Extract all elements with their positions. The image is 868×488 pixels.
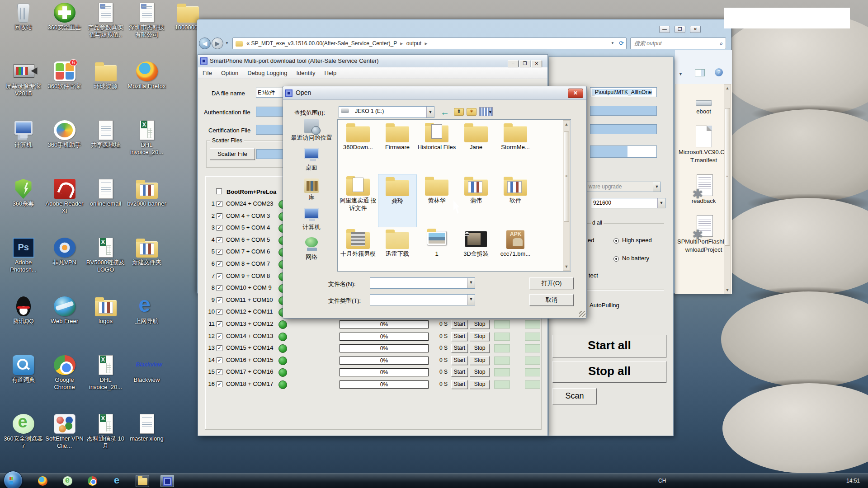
folder-item[interactable]: 蒲伟	[457, 174, 495, 227]
folder-item[interactable]: 软件	[496, 174, 535, 227]
desktop-icon[interactable]: 回收站	[3, 2, 44, 61]
address-dropdown-icon[interactable]: ▼	[611, 38, 614, 49]
scroll-up-icon[interactable]: ▲	[563, 122, 570, 127]
com-checkbox[interactable]: ✓	[217, 237, 222, 243]
menu-item[interactable]: Option	[217, 67, 243, 76]
refresh-icon[interactable]: ⟳	[619, 38, 624, 49]
up-one-level-icon[interactable]: ⬆	[454, 108, 464, 116]
stop-button[interactable]: Stop	[470, 332, 490, 341]
folder-item[interactable]: 阿里速卖通 投诉文件	[339, 174, 377, 227]
folder-item[interactable]: 360Down...	[339, 121, 377, 174]
desktop-icon[interactable]: Adobe Photosh...	[3, 237, 44, 296]
desktop-icon[interactable]: bv2000 banner	[126, 178, 167, 237]
file-item[interactable]: eboot	[677, 85, 731, 116]
folder-item[interactable]: 十月外籍男模	[339, 227, 377, 281]
com-checkbox[interactable]: ✓	[217, 333, 222, 339]
com-checkbox[interactable]: ✓	[217, 273, 222, 279]
desktop-icon[interactable]: Mozilla Firefox	[126, 61, 167, 119]
taskbar-app-button[interactable]	[86, 475, 99, 487]
file-item[interactable]: readback	[677, 174, 731, 205]
dropdown-arrow-icon[interactable]: ▼	[657, 198, 665, 208]
explorer-maximize-button[interactable]: ❐	[675, 26, 685, 33]
com-checkbox[interactable]: ✓	[217, 381, 222, 387]
dialog-scrollbar-thumb[interactable]: ≡	[564, 131, 569, 222]
tool-close-button[interactable]: ✕	[531, 60, 542, 67]
sidebar-place[interactable]: 库	[289, 178, 334, 201]
stop-all-button[interactable]: Stop all	[552, 361, 666, 383]
stop-button[interactable]: Stop	[470, 344, 490, 353]
com-checkbox[interactable]: ✓	[217, 309, 222, 315]
desktop-icon[interactable]: 新建文件夹	[126, 237, 167, 296]
forward-button[interactable]: ▶	[212, 38, 223, 49]
desktop-icon[interactable]: Web Freer	[44, 296, 85, 354]
address-bar[interactable]: « SP_MDT_exe_v3.1516.00.00(After-Sale_Se…	[232, 38, 627, 49]
start-button[interactable]: Start	[451, 380, 468, 389]
da-path-field[interactable]: _P\output\MTK_AllInOne	[590, 87, 657, 97]
taskbar-app-button[interactable]	[160, 475, 174, 487]
com-checkbox[interactable]: ✓	[217, 225, 222, 231]
start-button[interactable]: Start	[451, 344, 468, 353]
history-chevron-icon[interactable]: ▼	[225, 41, 229, 45]
desktop-icon[interactable]: 非凡VPN	[44, 237, 85, 296]
cert-field-right[interactable]	[590, 124, 657, 134]
folder-item[interactable]: Jane	[457, 121, 495, 174]
cancel-button[interactable]: 取消	[529, 294, 574, 306]
search-input[interactable]: 搜索 output ⌕	[630, 38, 726, 49]
desktop-icon[interactable]: 环球资源	[85, 61, 126, 119]
com-checkbox[interactable]: ✓	[217, 249, 222, 255]
desktop-icon[interactable]: 共享盘地址	[85, 119, 126, 178]
back-button[interactable]: ◀	[199, 38, 211, 49]
clock[interactable]: 14:51	[846, 478, 860, 488]
tool-titlebar[interactable]: SmartPhone Multi-port download tool (Aft…	[198, 55, 547, 67]
com-checkbox[interactable]: ✓	[217, 369, 222, 375]
folder-item[interactable]: 迅雷下载	[378, 227, 417, 281]
resize-grip[interactable]	[579, 311, 585, 317]
file-item[interactable]: Microsoft.VC90.CRT.manifest	[677, 126, 731, 164]
high-speed-radio[interactable]	[613, 238, 619, 244]
desktop-icon[interactable]: 6 360软件管家	[44, 61, 85, 119]
bootrom-checkbox[interactable]	[216, 188, 222, 194]
search-icon[interactable]: ⌕	[720, 38, 723, 49]
com-checkbox[interactable]: ✓	[217, 285, 222, 291]
com-checkbox[interactable]: ✓	[217, 201, 222, 207]
explorer-scrollbar[interactable]: ▲ ≡ ▼	[724, 84, 731, 294]
com-checkbox[interactable]: ✓	[217, 357, 222, 363]
folder-item[interactable]: Firmware	[378, 121, 417, 174]
dropdown-arrow-icon[interactable]: ▼	[467, 295, 475, 305]
desktop-icon[interactable]: logos	[85, 296, 126, 354]
scroll-down-icon[interactable]: ▼	[724, 288, 731, 292]
back-icon[interactable]: ←	[440, 107, 449, 117]
desktop-icon[interactable]: master xiong	[126, 413, 167, 472]
no-battery-radio[interactable]	[613, 256, 619, 262]
stop-button[interactable]: Stop	[470, 356, 490, 365]
folder-item[interactable]: StormMe...	[496, 121, 535, 174]
dropdown-arrow-icon[interactable]: ▼	[426, 107, 434, 117]
auth-field-right[interactable]	[590, 106, 657, 116]
folder-item[interactable]: ccc71.bm...	[496, 227, 535, 281]
desktop-icon[interactable]: 杰科通信录 10月	[85, 413, 126, 472]
explorer-close-button[interactable]: ✕	[690, 26, 701, 33]
folder-item[interactable]: 1	[417, 227, 456, 281]
tool-maximize-button[interactable]: ❐	[519, 60, 530, 67]
desktop-icon[interactable]: 腾讯QQ	[3, 296, 44, 354]
desktop-icon[interactable]: BV5000链接及LOGO	[85, 237, 126, 296]
com-checkbox[interactable]: ✓	[217, 321, 222, 327]
sidebar-place[interactable]: 计算机	[289, 207, 334, 231]
more-options-chevron-icon[interactable]: ▼	[679, 72, 683, 76]
menu-item[interactable]: Debug Logging	[243, 67, 292, 76]
file-type-dropdown[interactable]: ▼	[370, 294, 475, 305]
dialog-scrollbar[interactable]: ▲ ≡ ▼	[563, 120, 570, 271]
com-checkbox[interactable]: ✓	[217, 213, 222, 219]
menu-item[interactable]: Help	[320, 67, 341, 76]
start-button[interactable]	[4, 471, 23, 488]
desktop-icon[interactable]: 产品参数真实值与虚拟值..	[85, 2, 126, 61]
desktop-icon[interactable]: Blackview	[126, 354, 167, 413]
start-button[interactable]: Start	[451, 356, 468, 365]
sidebar-place[interactable]: 桌面	[289, 148, 334, 171]
stop-button[interactable]: Stop	[470, 368, 490, 377]
help-icon[interactable]: ?	[715, 68, 723, 76]
scatter-file-button[interactable]: Scatter File	[210, 148, 255, 160]
dropdown-arrow-icon[interactable]: ▼	[467, 278, 475, 288]
desktop-icon[interactable]: 360手机助手	[44, 119, 85, 178]
scroll-down-icon[interactable]: ▼	[563, 264, 570, 269]
